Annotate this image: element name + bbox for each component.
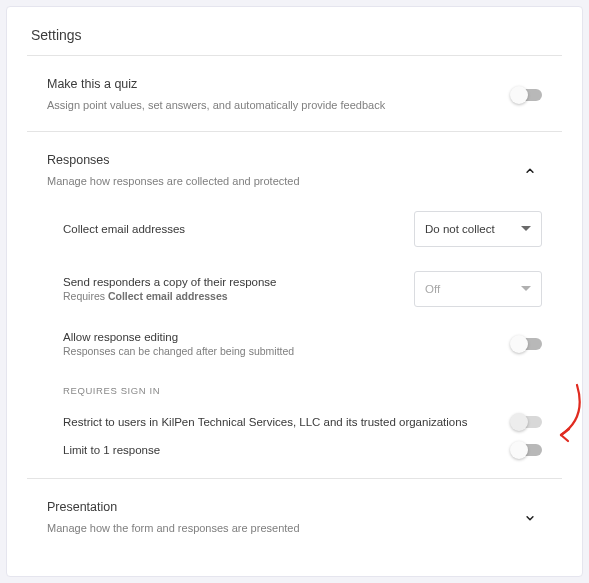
limit-toggle[interactable] — [512, 444, 542, 456]
responses-collapse-button[interactable] — [518, 159, 542, 183]
presentation-expand-button[interactable] — [518, 506, 542, 530]
presentation-sub: Manage how the form and responses are pr… — [47, 520, 506, 537]
send-copy-label: Send responders a copy of their response — [63, 276, 277, 288]
restrict-toggle[interactable] — [512, 416, 542, 428]
toggle-knob — [510, 335, 528, 353]
send-copy-requires: Requires Collect email addresses — [63, 290, 277, 302]
limit-label: Limit to 1 response — [63, 444, 160, 456]
dropdown-caret-icon — [521, 226, 531, 232]
responses-text-block: Responses Manage how responses are colle… — [47, 152, 518, 189]
page-title: Settings — [27, 23, 562, 55]
allow-edit-toggle[interactable] — [512, 338, 542, 350]
requires-signin-heading: REQUIRES SIGN IN — [63, 385, 542, 396]
section-presentation: Presentation Manage how the form and res… — [27, 479, 562, 554]
allow-edit-label: Allow response editing — [63, 331, 294, 343]
send-copy-value: Off — [425, 283, 440, 295]
allow-edit-sub: Responses can be changed after being sub… — [63, 345, 294, 357]
restrict-row: Restrict to users in KilPen Technical Se… — [63, 408, 542, 436]
quiz-heading: Make this a quiz — [47, 76, 500, 94]
quiz-sub: Assign point values, set answers, and au… — [47, 97, 500, 114]
send-copy-select: Off — [414, 271, 542, 307]
presentation-heading: Presentation — [47, 499, 506, 517]
toggle-knob — [510, 413, 528, 431]
quiz-text-block: Make this a quiz Assign point values, se… — [47, 76, 512, 113]
collect-email-select[interactable]: Do not collect — [414, 211, 542, 247]
section-quiz: Make this a quiz Assign point values, se… — [27, 56, 562, 132]
send-copy-row: Send responders a copy of their response… — [63, 259, 542, 319]
chevron-down-icon — [523, 511, 537, 525]
chevron-up-icon — [523, 164, 537, 178]
collect-email-row: Collect email addresses Do not collect — [63, 189, 542, 259]
collect-email-label: Collect email addresses — [63, 223, 185, 235]
section-responses: Responses Manage how responses are colle… — [27, 132, 562, 479]
toggle-knob — [510, 441, 528, 459]
quiz-toggle[interactable] — [512, 89, 542, 101]
dropdown-caret-icon — [521, 286, 531, 292]
restrict-label: Restrict to users in KilPen Technical Se… — [63, 416, 512, 428]
presentation-text-block: Presentation Manage how the form and res… — [47, 499, 518, 536]
allow-edit-row: Allow response editing Responses can be … — [63, 319, 542, 369]
collect-email-value: Do not collect — [425, 223, 495, 235]
responses-heading: Responses — [47, 152, 506, 170]
limit-row: Limit to 1 response — [63, 436, 542, 460]
toggle-knob — [510, 86, 528, 104]
responses-sub: Manage how responses are collected and p… — [47, 173, 506, 190]
